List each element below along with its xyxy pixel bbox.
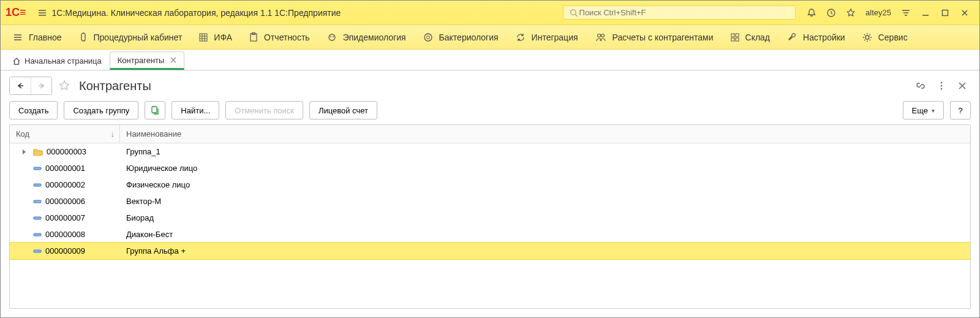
svg-point-21	[941, 82, 943, 84]
menu-label: Главное	[29, 32, 62, 42]
svg-point-0	[571, 9, 576, 14]
svg-rect-26	[34, 184, 41, 186]
close-icon	[170, 57, 176, 63]
history-button[interactable]	[823, 4, 840, 21]
history-icon	[826, 8, 836, 18]
svg-rect-29	[34, 233, 41, 236]
table-row[interactable]: 000000006Вектор-М	[10, 193, 970, 210]
panel-options-button[interactable]	[897, 4, 914, 21]
svg-rect-17	[736, 34, 739, 37]
table-row[interactable]: 000000003Группа_1	[10, 143, 970, 160]
close-page-button[interactable]	[954, 77, 971, 94]
svg-point-10	[330, 36, 331, 37]
svg-rect-6	[200, 34, 207, 41]
nav-forward-button[interactable]	[31, 77, 51, 94]
menu-reports[interactable]: Отчетность	[241, 25, 318, 49]
app-logo: 1C≡	[6, 6, 26, 19]
wrench-icon	[787, 32, 797, 42]
tab-close-button[interactable]	[170, 57, 176, 63]
menu-label: Отчетность	[264, 32, 310, 42]
more-button[interactable]: Еще ▾	[903, 101, 944, 119]
favorites-button[interactable]	[842, 4, 859, 21]
table-row[interactable]: 000000002Физическое лицо	[10, 176, 970, 193]
more-actions-button[interactable]	[933, 77, 950, 94]
toolbar: Создать Создать группу Найти... Отменить…	[9, 101, 971, 119]
column-header-code[interactable]: Код ↓	[10, 125, 120, 143]
name-value: Физическое лицо	[126, 180, 190, 189]
global-search[interactable]	[563, 6, 796, 20]
svg-rect-24	[152, 107, 157, 113]
menu-label: Сервис	[878, 32, 908, 42]
table-row[interactable]: 000000007Биорад	[10, 210, 970, 226]
clipboard-icon	[249, 32, 258, 42]
table-row[interactable]: 000000001Юридическое лицо	[10, 160, 970, 176]
svg-point-15	[601, 34, 604, 37]
arrow-left-icon	[16, 82, 24, 89]
cancel-find-button: Отменить поиск	[225, 101, 303, 119]
notifications-button[interactable]	[803, 4, 820, 21]
maximize-button[interactable]	[937, 4, 954, 21]
cell-name: Группа Альфа +	[120, 243, 970, 259]
counterparties-grid: Код ↓ Наименование 000000003Группа_10000…	[9, 124, 971, 309]
name-value: Группа_1	[126, 147, 160, 156]
menu-epidemiology[interactable]: Эпидемиология	[318, 25, 415, 49]
grid-header: Код ↓ Наименование	[10, 125, 970, 143]
expand-marker[interactable]	[16, 149, 33, 155]
item-icon	[33, 216, 42, 220]
global-search-input[interactable]	[578, 7, 790, 18]
close-icon	[960, 9, 969, 17]
menu-settings[interactable]: Настройки	[778, 25, 854, 49]
tab-home[interactable]: Начальная страница	[4, 51, 110, 70]
svg-point-13	[426, 36, 429, 39]
menu-integration[interactable]: Интеграция	[507, 25, 587, 49]
favorite-toggle[interactable]	[56, 77, 73, 94]
minimize-icon	[921, 9, 930, 17]
find-button[interactable]: Найти...	[172, 101, 219, 119]
svg-rect-16	[731, 34, 734, 37]
link-icon	[916, 81, 925, 91]
create-button[interactable]: Создать	[9, 101, 58, 119]
table-row[interactable]: 000000008Диакон-Бест	[10, 226, 970, 243]
menu-bacteriology[interactable]: Бактериология	[415, 25, 507, 49]
sync-icon	[516, 32, 526, 42]
main-menu-toggle[interactable]	[34, 4, 51, 21]
link-button[interactable]	[912, 77, 929, 94]
cell-name: Юридическое лицо	[120, 160, 970, 176]
menu-label: Бактериология	[439, 32, 499, 42]
menu-billing[interactable]: Расчеты с контрагентами	[587, 25, 722, 49]
arrow-right-icon	[37, 82, 46, 89]
svg-point-20	[865, 36, 869, 39]
menu-service[interactable]: Сервис	[854, 25, 916, 49]
menu-procedure-room[interactable]: Процедурный кабинет	[70, 25, 191, 49]
sort-asc-icon: ↓	[111, 129, 115, 138]
menu-warehouse[interactable]: Склад	[722, 25, 779, 49]
account-button[interactable]: Лицевой счет	[309, 101, 377, 119]
copy-button[interactable]	[145, 101, 165, 119]
code-value: 000000002	[45, 180, 85, 189]
nav-back-button[interactable]	[10, 77, 31, 94]
grid-body[interactable]: 000000003Группа_1000000001Юридическое ли…	[10, 143, 970, 308]
column-label: Код	[16, 129, 29, 138]
code-value: 000000008	[45, 230, 85, 239]
bell-icon	[807, 8, 816, 18]
minimize-button[interactable]	[917, 4, 934, 21]
cell-name: Вектор-М	[120, 193, 970, 210]
tube-icon	[79, 32, 88, 42]
menu-main[interactable]: Главное	[4, 25, 70, 49]
help-button[interactable]: ?	[950, 101, 971, 119]
svg-rect-4	[943, 10, 948, 15]
current-user[interactable]: altey25	[865, 8, 891, 17]
table-row[interactable]: 000000009Группа Альфа +	[10, 243, 970, 259]
menu-ifa[interactable]: ИФА	[190, 25, 241, 49]
tab-counterparties[interactable]: Контрагенты	[110, 51, 185, 70]
star-icon	[58, 80, 70, 92]
create-group-button[interactable]: Создать группу	[64, 101, 138, 119]
page-title: Контрагенты	[79, 79, 151, 93]
item-icon	[33, 249, 42, 253]
close-icon	[959, 82, 966, 89]
cell-name: Биорад	[120, 210, 970, 226]
grid-icon	[199, 33, 208, 42]
tabbar: Начальная страница Контрагенты	[1, 50, 979, 70]
close-window-button[interactable]	[956, 4, 973, 21]
column-header-name[interactable]: Наименование	[120, 125, 970, 143]
